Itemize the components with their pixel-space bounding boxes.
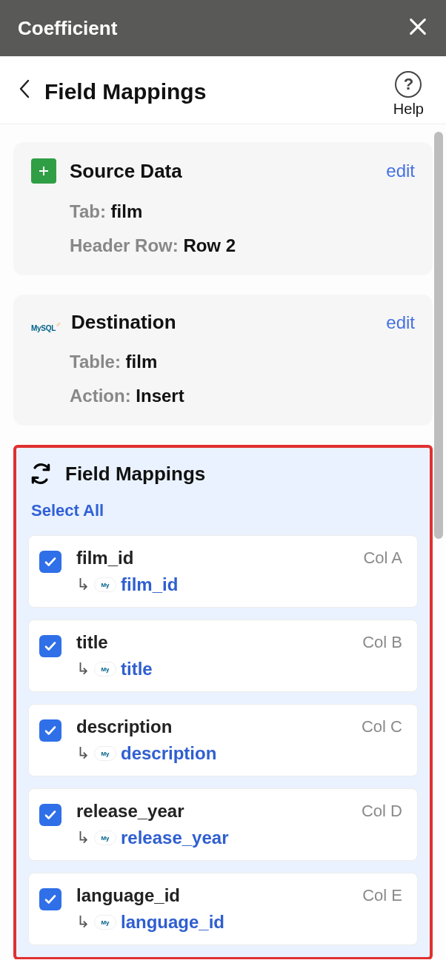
select-all-link[interactable]: Select All (31, 501, 104, 520)
column-label: Col D (362, 802, 402, 821)
source-field-name: release_year (76, 801, 184, 822)
field-mappings-panel: Field Mappings Select All film_id Col A … (13, 445, 433, 959)
mapping-row[interactable]: title Col B ↳ My title (28, 620, 418, 692)
map-arrow-icon: ↳ (76, 660, 90, 679)
source-tab-row: Tab: film (70, 201, 415, 222)
column-label: Col C (362, 717, 402, 736)
source-title: Source Data (70, 160, 386, 183)
mapping-row[interactable]: film_id Col A ↳ My film_id (28, 535, 418, 608)
dest-field-name[interactable]: film_id (121, 574, 178, 595)
mapping-row[interactable]: release_year Col D ↳ My release_year (28, 788, 418, 861)
column-label: Col E (362, 886, 402, 905)
help-label: Help (393, 101, 424, 118)
mysql-badge-icon: My (94, 662, 116, 677)
dest-field-name[interactable]: title (121, 659, 153, 679)
mapping-rows-container: film_id Col A ↳ My film_id title Col B ↳… (28, 535, 418, 945)
mysql-badge-icon: My (94, 577, 116, 592)
app-title: Coefficient (18, 17, 117, 40)
dest-field-name[interactable]: release_year (121, 828, 228, 848)
mapping-row[interactable]: language_id Col E ↳ My language_id (28, 873, 418, 945)
sheets-icon (31, 158, 56, 184)
mapping-row[interactable]: description Col C ↳ My description (28, 704, 418, 776)
close-icon[interactable] (407, 13, 428, 44)
table-value: film (126, 352, 158, 372)
mysql-badge-icon: My (94, 915, 116, 930)
destination-action-row: Action: Insert (70, 386, 415, 406)
mapping-checkbox[interactable] (39, 551, 61, 573)
page-title: Field Mappings (44, 79, 206, 104)
mysql-badge-icon: My (94, 746, 116, 761)
map-arrow-icon: ↳ (76, 913, 90, 932)
action-label: Action: (70, 386, 131, 406)
map-arrow-icon: ↳ (76, 575, 90, 594)
source-field-name: language_id (76, 885, 180, 906)
mysql-badge-icon: My (94, 830, 116, 845)
mapping-checkbox[interactable] (39, 719, 61, 742)
mapping-checkbox[interactable] (39, 635, 61, 657)
map-arrow-icon: ↳ (76, 744, 90, 763)
column-label: Col B (362, 633, 402, 652)
header-row-value: Row 2 (183, 235, 236, 255)
page-header: Field Mappings ? Help (0, 56, 446, 124)
destination-card: MySQL Destination edit Table: film Actio… (13, 295, 433, 426)
source-field-name: film_id (76, 548, 133, 568)
tab-value: film (111, 201, 143, 221)
destination-edit-link[interactable]: edit (386, 312, 415, 333)
map-arrow-icon: ↳ (76, 828, 90, 848)
mapping-checkbox[interactable] (39, 804, 61, 826)
back-button[interactable] (18, 78, 31, 104)
source-data-card: Source Data edit Tab: film Header Row: R… (13, 142, 433, 275)
source-header-row: Header Row: Row 2 (70, 235, 415, 256)
mapping-checkbox[interactable] (39, 888, 61, 910)
destination-table-row: Table: film (70, 352, 415, 372)
source-field-name: title (76, 632, 108, 653)
column-label: Col A (363, 548, 402, 568)
mysql-icon: MySQL (31, 313, 61, 332)
help-icon: ? (395, 71, 422, 98)
sync-icon (28, 461, 53, 486)
content-area: Source Data edit Tab: film Header Row: R… (0, 124, 446, 959)
table-label: Table: (70, 352, 121, 372)
source-edit-link[interactable]: edit (386, 161, 415, 181)
tab-label: Tab: (70, 201, 106, 221)
header-row-label: Header Row: (70, 235, 179, 255)
mappings-title: Field Mappings (65, 463, 205, 486)
scrollbar-thumb[interactable] (434, 132, 443, 539)
help-button[interactable]: ? Help (393, 71, 424, 118)
destination-title: Destination (71, 311, 386, 334)
top-bar: Coefficient (0, 0, 446, 56)
source-field-name: description (76, 716, 172, 737)
action-value: Insert (136, 386, 184, 406)
dest-field-name[interactable]: description (121, 743, 216, 764)
dest-field-name[interactable]: language_id (121, 912, 224, 933)
